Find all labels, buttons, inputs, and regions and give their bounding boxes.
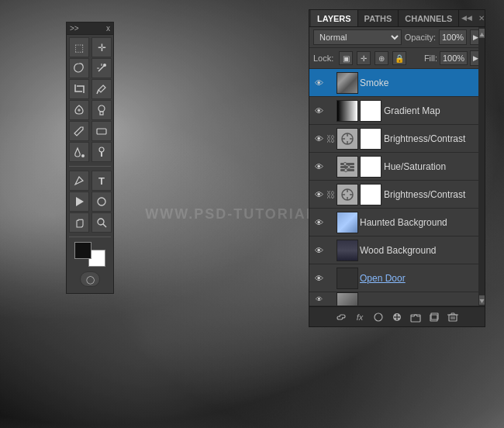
- svg-point-1: [103, 64, 106, 67]
- hand-tool[interactable]: [69, 212, 89, 233]
- new-adjustment-btn[interactable]: [389, 310, 405, 324]
- layer-row-smoke[interactable]: 👁 Smoke: [309, 69, 485, 97]
- lock-transparent-btn[interactable]: ▣: [339, 51, 353, 65]
- layer-link-open-door: [326, 271, 335, 285]
- healing-brush-tool[interactable]: [69, 100, 89, 120]
- layer-thumb-open-door: [337, 268, 358, 289]
- layer-link-hue-sat: [326, 160, 335, 174]
- layer-effects-btn[interactable]: fx: [352, 310, 368, 324]
- layer-row-hue-sat[interactable]: 👁 Hue/Saturation: [309, 153, 485, 181]
- eraser-tool[interactable]: [91, 121, 112, 141]
- lock-position-btn[interactable]: ⊕: [375, 51, 388, 65]
- layer-row-brightness-2[interactable]: 👁 ⛓ Brightness/Contrast: [309, 181, 485, 209]
- add-mask-btn[interactable]: [371, 310, 386, 324]
- toolbox-title-bar: >> x: [67, 22, 113, 35]
- panel-close-icon[interactable]: ✕: [476, 13, 487, 23]
- layer-row-open-door[interactable]: 👁 Open Door: [309, 264, 485, 292]
- move-tool[interactable]: ✛: [91, 37, 112, 57]
- eyedropper-tool[interactable]: [91, 79, 112, 99]
- blend-mode-select[interactable]: Normal Dissolve Multiply Screen Overlay: [313, 29, 402, 45]
- clone-stamp-tool[interactable]: [91, 100, 112, 120]
- new-layer-btn[interactable]: [426, 310, 442, 324]
- fill-label: Fill:: [424, 54, 437, 63]
- scroll-down-btn[interactable]: [479, 295, 485, 305]
- layer-visibility-brightness-2[interactable]: 👁: [312, 188, 326, 202]
- layer-link-brightness-1: ⛓: [326, 132, 335, 146]
- layer-link-extra: [326, 292, 335, 306]
- toolbox-expand-icon[interactable]: >>: [70, 24, 79, 33]
- layer-visibility-extra[interactable]: 👁: [312, 292, 326, 306]
- lock-all-btn[interactable]: 🔒: [392, 51, 406, 65]
- tab-layers[interactable]: LAYERS: [311, 10, 358, 26]
- toolbox-close-button[interactable]: x: [106, 24, 110, 33]
- fill-input[interactable]: [440, 51, 468, 65]
- layer-name-brightness-1: Brightness/Contrast: [384, 133, 482, 144]
- link-layers-btn[interactable]: [333, 310, 349, 324]
- panel-header: LAYERS PATHS CHANNELS ◀◀ ✕: [309, 10, 485, 27]
- foreground-color-swatch[interactable]: [74, 242, 91, 259]
- brush-tool[interactable]: [69, 121, 89, 141]
- color-swatch-area: [73, 240, 107, 268]
- lock-pixels-btn[interactable]: ✛: [357, 51, 371, 65]
- layer-visibility-brightness-1[interactable]: 👁: [312, 132, 326, 146]
- svg-point-13: [98, 198, 105, 205]
- lasso-tool[interactable]: [69, 58, 89, 78]
- layer-name-wood-bg: Wood Background: [360, 245, 482, 256]
- panel-collapse-icon[interactable]: ◀◀: [459, 13, 475, 23]
- svg-rect-8: [100, 112, 103, 115]
- svg-rect-38: [411, 315, 420, 322]
- opacity-label: Opacity:: [405, 33, 436, 42]
- paint-bucket-tool[interactable]: [69, 142, 89, 162]
- marquee-tool[interactable]: ⬚: [69, 37, 89, 57]
- layer-visibility-hue-sat[interactable]: 👁: [312, 160, 326, 174]
- layer-visibility-haunted-bg[interactable]: 👁: [312, 216, 326, 230]
- path-select-tool[interactable]: [69, 192, 89, 212]
- toolbox-panel: >> x ⬚ ✛: [66, 22, 114, 294]
- tab-paths[interactable]: PATHS: [358, 10, 399, 26]
- scroll-up-btn[interactable]: [479, 29, 485, 38]
- layer-thumb-brightness-2: [337, 184, 358, 205]
- scroll-middle: [479, 38, 485, 295]
- magic-wand-tool[interactable]: [91, 58, 112, 78]
- layer-mask-gradient-map: [360, 100, 381, 122]
- tool-grid-2: T: [67, 168, 113, 235]
- quick-mask-button[interactable]: ◯: [80, 271, 100, 287]
- svg-marker-33: [479, 299, 484, 303]
- layer-mask-brightness-2: [360, 184, 381, 205]
- svg-point-25: [347, 165, 350, 168]
- shape-tool[interactable]: [91, 192, 112, 212]
- svg-point-7: [98, 105, 105, 112]
- svg-point-14: [98, 219, 104, 225]
- tool-divider-2: [69, 236, 111, 237]
- svg-marker-32: [479, 33, 484, 36]
- new-group-btn[interactable]: [408, 310, 423, 324]
- dodge-tool[interactable]: [91, 142, 112, 162]
- layer-row-extra[interactable]: 👁: [309, 292, 485, 306]
- layer-thumb-brightness-1: [337, 128, 358, 150]
- delete-layer-btn[interactable]: [445, 310, 461, 324]
- lock-row: Lock: ▣ ✛ ⊕ 🔒 Fill: ▶: [309, 48, 485, 69]
- layer-visibility-open-door[interactable]: 👁: [312, 271, 326, 285]
- zoom-tool[interactable]: [91, 212, 112, 233]
- layer-visibility-smoke[interactable]: 👁: [312, 76, 326, 90]
- opacity-input[interactable]: [439, 29, 467, 45]
- layer-name-haunted-bg: Haunted Background: [360, 217, 482, 228]
- type-tool[interactable]: T: [91, 171, 112, 191]
- layer-row-gradient-map[interactable]: 👁 Gradient Map: [309, 97, 485, 125]
- svg-line-4: [97, 90, 98, 94]
- panel-tabs: LAYERS PATHS CHANNELS: [311, 10, 459, 26]
- crop-tool[interactable]: [69, 79, 89, 99]
- lock-label: Lock:: [313, 54, 333, 63]
- tab-channels[interactable]: CHANNELS: [399, 10, 459, 26]
- layer-thumb-wood-bg: [337, 240, 358, 261]
- blend-mode-row: Normal Dissolve Multiply Screen Overlay …: [309, 27, 485, 48]
- layer-name-brightness-2: Brightness/Contrast: [384, 189, 482, 200]
- layer-visibility-wood-bg[interactable]: 👁: [312, 243, 326, 257]
- pen-tool[interactable]: [69, 171, 89, 191]
- layer-thumb-hue-sat: [337, 156, 358, 178]
- layer-name-smoke: Smoke: [360, 78, 482, 88]
- layer-row-haunted-bg[interactable]: 👁 Haunted Background: [309, 209, 485, 236]
- layer-row-brightness-1[interactable]: 👁 ⛓ Brightness/Contrast: [309, 125, 485, 153]
- layer-visibility-gradient-map[interactable]: 👁: [312, 104, 326, 118]
- layer-row-wood-bg[interactable]: 👁 Wood Background: [309, 236, 485, 264]
